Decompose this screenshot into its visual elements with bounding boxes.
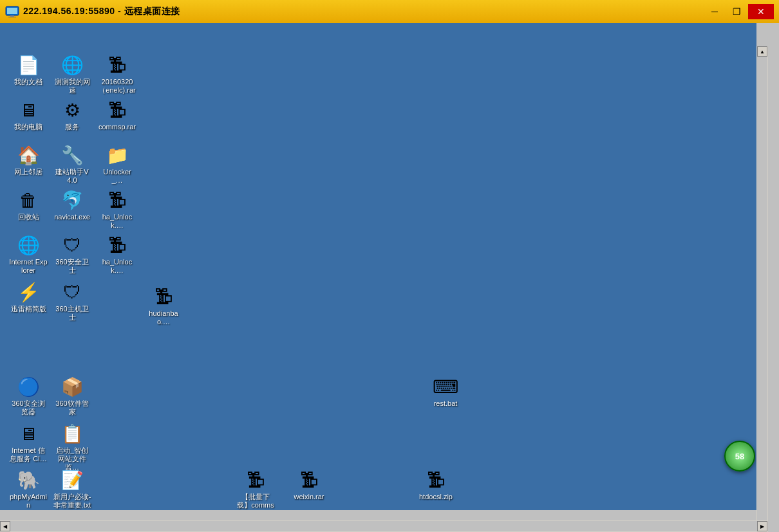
icon-label-rar-20160320: 20160320（enelc).rar <box>98 78 136 95</box>
desktop-icon-unlocker-folder[interactable]: 📁Unlocker_… <box>97 142 138 186</box>
desktop-icon-piliangxiazai[interactable]: 🗜【批量下载】commsp等.zip <box>235 467 276 510</box>
icon-image-service: ⚙ <box>61 98 84 122</box>
icon-label-my-docs: 我的文档 <box>14 78 42 86</box>
scroll-track-bottom <box>10 521 757 531</box>
svg-rect-2 <box>10 15 14 17</box>
icon-label-360-browser: 360安全浏览器 <box>9 399 48 416</box>
scrollbar-right[interactable]: ▲ ▼ <box>756 46 768 532</box>
desktop-icon-ie[interactable]: 🌐Internet Explorer <box>8 232 49 276</box>
icon-label-phpmyadmin: phpMyAdmin <box>9 493 48 509</box>
icon-image-network-neighbors: 🏠 <box>17 143 40 167</box>
icon-label-thunder: 迅雷精简版 <box>11 305 46 313</box>
scroll-up-arrow[interactable]: ▲ <box>757 46 767 57</box>
icon-image-ie: 🌐 <box>17 234 40 257</box>
icon-image-commsp-rar: 🗜 <box>106 98 129 122</box>
title-bar-left: 222.194.56.19:55890 - 远程桌面连接 <box>5 5 180 19</box>
desktop-icon-network-neighbors[interactable]: 🏠网上邻居 <box>8 142 49 178</box>
icon-image-recycle-bin: 🗑 <box>17 188 40 212</box>
icon-label-commsp-rar: commsp.rar <box>99 123 136 131</box>
speed-widget: 58 <box>724 441 755 472</box>
icon-image-network-test: 🌐 <box>61 53 84 77</box>
icon-label-new-user-txt: 新用户必读-非常重要.txt <box>53 493 91 509</box>
title-bar-title: 222.194.56.19:55890 - 远程桌面连接 <box>23 6 180 17</box>
scroll-left-arrow[interactable]: ◀ <box>0 521 10 531</box>
icon-label-ha-unlock-1: ha_Unlock.… <box>98 213 136 230</box>
restore-button[interactable]: ❐ <box>726 4 747 19</box>
icon-image-piliangxiazai: 🗜 <box>244 468 267 491</box>
icon-label-360-security: 360安全卫士 <box>53 258 91 275</box>
icon-image-navicat: 🐬 <box>61 188 84 212</box>
desktop-icon-my-docs[interactable]: 📄我的文档 <box>8 52 49 87</box>
icon-label-ie: Internet Explorer <box>9 258 48 275</box>
icon-image-weixin-rar: 🗜 <box>297 468 321 491</box>
icon-image-htdocsl-zip: 🗜 <box>424 468 447 491</box>
svg-rect-1 <box>7 8 17 14</box>
desktop-icon-360-guard[interactable]: 🛡360主机卫士 <box>52 279 93 323</box>
desktop-icon-360-browser[interactable]: 🔵360安全浏览器 <box>8 374 49 417</box>
desktop-icon-phpmyadmin[interactable]: 🐘phpMyAdmin <box>8 467 49 510</box>
icon-image-hudianbao: 🗜 <box>152 285 175 308</box>
desktop-icon-my-computer[interactable]: 🖥我的电脑 <box>8 97 49 133</box>
scroll-track-right <box>757 57 767 523</box>
icon-image-360-browser: 🔵 <box>17 375 40 398</box>
icon-label-website-helper: 建站助手V4.0 <box>53 168 91 185</box>
desktop-icon-thunder[interactable]: ⚡迅雷精简版 <box>8 279 49 315</box>
icon-label-network-test: 测测我的网速 <box>53 78 91 95</box>
icon-image-thunder: ⚡ <box>17 280 40 304</box>
desktop-icon-weixin-rar[interactable]: 🗜weixin.rar <box>288 467 330 502</box>
desktop-icon-rar-20160320[interactable]: 🗜20160320（enelc).rar <box>97 52 138 96</box>
scrollbar-bottom[interactable]: ◀ ▶ <box>0 520 767 532</box>
icon-label-recycle-bin: 回收站 <box>18 213 39 221</box>
desktop-icon-rest-bat[interactable]: ⌨rest.bat <box>425 374 466 409</box>
desktop-icon-zhichuang[interactable]: 📋启动_智创网站文件监… <box>52 421 93 473</box>
icon-label-360-software: 360软件管家 <box>53 399 91 416</box>
icon-image-unlocker-folder: 📁 <box>106 143 129 167</box>
scroll-right-arrow[interactable]: ▶ <box>757 521 767 531</box>
icon-image-website-helper: 🔧 <box>61 143 84 167</box>
desktop-icon-htdocsl-zip[interactable]: 🗜htdocsl.zip <box>415 467 456 502</box>
desktop-icon-commsp-rar[interactable]: 🗜commsp.rar <box>97 97 138 133</box>
desktop-icon-service[interactable]: ⚙服务 <box>52 97 93 133</box>
minimize-button[interactable]: ─ <box>704 4 725 19</box>
remote-desktop-icon <box>5 5 19 19</box>
icon-label-service: 服务 <box>65 123 79 131</box>
desktop-icon-website-helper[interactable]: 🔧建站助手V4.0 <box>52 142 93 186</box>
desktop-icon-network-test[interactable]: 🌐测测我的网速 <box>52 52 93 96</box>
desktop-icon-360-software[interactable]: 📦360软件管家 <box>52 374 93 417</box>
icon-label-iis: Internet 信息服务 Cl… <box>9 446 48 463</box>
speed-value: 58 <box>735 452 744 461</box>
icon-label-weixin-rar: weixin.rar <box>294 493 324 501</box>
remote-desktop-area: 📄我的文档🌐测测我的网速🗜20160320（enelc).rar🖥我的电脑⚙服务… <box>0 23 756 510</box>
title-bar: 222.194.56.19:55890 - 远程桌面连接 ─ ❐ ✕ <box>0 0 779 23</box>
icon-image-360-security: 🛡 <box>61 234 84 257</box>
desktop-icon-hudianbao[interactable]: 🗜hudianbao.… <box>143 284 184 327</box>
desktop-icon-new-user-txt[interactable]: 📝新用户必读-非常重要.txt <box>52 467 93 510</box>
svg-rect-3 <box>8 17 16 17</box>
desktop-icon-iis[interactable]: 🖥Internet 信息服务 Cl… <box>8 421 49 464</box>
desktop-icon-navicat[interactable]: 🐬navicat.exe <box>52 187 93 223</box>
icon-image-ha-unlock-1: 🗜 <box>106 188 129 212</box>
close-button[interactable]: ✕ <box>748 4 774 19</box>
icon-label-360-guard: 360主机卫士 <box>53 305 91 322</box>
icon-label-piliangxiazai: 【批量下载】commsp等.zip <box>236 493 275 510</box>
icon-label-network-neighbors: 网上邻居 <box>14 168 42 176</box>
icon-label-unlocker-folder: Unlocker_… <box>98 168 136 185</box>
icon-image-my-docs: 📄 <box>17 53 40 77</box>
desktop-icon-ha-unlock-1[interactable]: 🗜ha_Unlock.… <box>97 187 138 231</box>
icon-label-navicat: navicat.exe <box>54 213 90 221</box>
icon-label-rest-bat: rest.bat <box>434 399 458 408</box>
icon-label-hudianbao: hudianbao.… <box>144 309 183 326</box>
icon-image-zhichuang: 📋 <box>61 422 84 445</box>
icon-image-iis: 🖥 <box>17 422 40 445</box>
icon-image-rar-20160320: 🗜 <box>106 53 129 77</box>
icon-image-rest-bat: ⌨ <box>434 375 457 398</box>
desktop-icon-360-security[interactable]: 🛡360安全卫士 <box>52 232 93 276</box>
icon-image-360-software: 📦 <box>61 375 84 398</box>
icon-image-phpmyadmin: 🐘 <box>17 468 40 491</box>
desktop-icon-ha-unlock-2[interactable]: 🗜ha_Unlock.… <box>97 232 138 276</box>
icon-image-new-user-txt: 📝 <box>61 468 84 491</box>
desktop-icon-recycle-bin[interactable]: 🗑回收站 <box>8 187 49 223</box>
icon-label-ha-unlock-2: ha_Unlock.… <box>98 258 136 275</box>
icon-image-ha-unlock-2: 🗜 <box>106 234 129 257</box>
icon-image-360-guard: 🛡 <box>61 280 84 304</box>
